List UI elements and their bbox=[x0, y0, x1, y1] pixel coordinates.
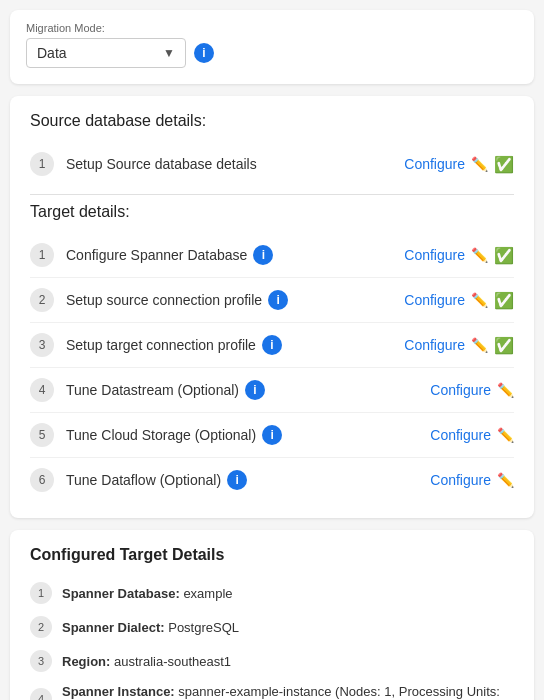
step-actions: Configure✏️✅ bbox=[404, 246, 514, 265]
info-icon[interactable]: i bbox=[253, 245, 273, 265]
edit-icon[interactable]: ✏️ bbox=[471, 292, 488, 308]
config-item-text: Region: australia-southeast1 bbox=[62, 654, 231, 669]
migration-mode-section: Migration Mode: Data ▼ i bbox=[10, 10, 534, 84]
config-item-text: Spanner Dialect: PostgreSQL bbox=[62, 620, 239, 635]
config-item: 2Spanner Dialect: PostgreSQL bbox=[30, 610, 514, 644]
step-label: Configure Spanner Databasei bbox=[66, 245, 392, 265]
step-row: 2Setup source connection profileiConfigu… bbox=[30, 278, 514, 323]
config-item-text: Spanner Instance: spanner-example-instan… bbox=[62, 684, 514, 700]
step-actions: Configure✏️✅ bbox=[404, 336, 514, 355]
edit-icon[interactable]: ✏️ bbox=[471, 156, 488, 172]
step-actions: Configure✏️ bbox=[430, 382, 514, 398]
config-item-number: 1 bbox=[30, 582, 52, 604]
steps-card: Source database details: 1Setup Source d… bbox=[10, 96, 534, 518]
config-items-list: 1Spanner Database: example2Spanner Diale… bbox=[30, 576, 514, 700]
configure-link[interactable]: Configure bbox=[430, 472, 491, 488]
edit-icon[interactable]: ✏️ bbox=[497, 472, 514, 488]
step-number: 6 bbox=[30, 468, 54, 492]
mode-row: Data ▼ i bbox=[26, 38, 518, 68]
migration-mode-info-icon[interactable]: i bbox=[194, 43, 214, 63]
step-label: Tune Dataflow (Optional)i bbox=[66, 470, 418, 490]
config-item-text: Spanner Database: example bbox=[62, 586, 233, 601]
source-section-title: Source database details: bbox=[30, 112, 514, 130]
step-number: 1 bbox=[30, 243, 54, 267]
configure-link[interactable]: Configure bbox=[430, 382, 491, 398]
migration-mode-label: Migration Mode: bbox=[26, 22, 518, 34]
migration-mode-select[interactable]: Data ▼ bbox=[26, 38, 186, 68]
edit-icon[interactable]: ✏️ bbox=[471, 337, 488, 353]
config-item-number: 2 bbox=[30, 616, 52, 638]
check-icon: ✅ bbox=[494, 336, 514, 355]
step-row: 4Tune Datastream (Optional)iConfigure✏️ bbox=[30, 368, 514, 413]
step-actions: Configure✏️ bbox=[430, 472, 514, 488]
step-label: Setup target connection profilei bbox=[66, 335, 392, 355]
config-item-number: 4 bbox=[30, 688, 52, 700]
step-label: Tune Datastream (Optional)i bbox=[66, 380, 418, 400]
migration-mode-value: Data bbox=[37, 45, 155, 61]
configured-details-title: Configured Target Details bbox=[30, 546, 514, 564]
edit-icon[interactable]: ✏️ bbox=[471, 247, 488, 263]
source-steps: 1Setup Source database detailsConfigure✏… bbox=[30, 142, 514, 186]
section-divider bbox=[30, 194, 514, 195]
check-icon: ✅ bbox=[494, 291, 514, 310]
step-row: 3Setup target connection profileiConfigu… bbox=[30, 323, 514, 368]
step-number: 5 bbox=[30, 423, 54, 447]
step-actions: Configure✏️ bbox=[430, 427, 514, 443]
step-number: 1 bbox=[30, 152, 54, 176]
info-icon[interactable]: i bbox=[268, 290, 288, 310]
configured-details-card: Configured Target Details 1Spanner Datab… bbox=[10, 530, 534, 700]
config-item-number: 3 bbox=[30, 650, 52, 672]
config-item: 4Spanner Instance: spanner-example-insta… bbox=[30, 678, 514, 700]
step-number: 3 bbox=[30, 333, 54, 357]
step-label: Setup Source database details bbox=[66, 156, 392, 172]
edit-icon[interactable]: ✏️ bbox=[497, 382, 514, 398]
config-item: 3Region: australia-southeast1 bbox=[30, 644, 514, 678]
step-row: 5Tune Cloud Storage (Optional)iConfigure… bbox=[30, 413, 514, 458]
configure-link[interactable]: Configure bbox=[404, 292, 465, 308]
info-icon[interactable]: i bbox=[245, 380, 265, 400]
step-number: 4 bbox=[30, 378, 54, 402]
step-label: Tune Cloud Storage (Optional)i bbox=[66, 425, 418, 445]
step-label: Setup source connection profilei bbox=[66, 290, 392, 310]
step-row: 1Configure Spanner DatabaseiConfigure✏️✅ bbox=[30, 233, 514, 278]
info-icon[interactable]: i bbox=[262, 425, 282, 445]
configure-link[interactable]: Configure bbox=[404, 156, 465, 172]
step-row: 1Setup Source database detailsConfigure✏… bbox=[30, 142, 514, 186]
step-actions: Configure✏️✅ bbox=[404, 155, 514, 174]
configure-link[interactable]: Configure bbox=[404, 247, 465, 263]
step-actions: Configure✏️✅ bbox=[404, 291, 514, 310]
edit-icon[interactable]: ✏️ bbox=[497, 427, 514, 443]
info-icon[interactable]: i bbox=[227, 470, 247, 490]
target-section-title: Target details: bbox=[30, 203, 514, 221]
check-icon: ✅ bbox=[494, 246, 514, 265]
check-icon: ✅ bbox=[494, 155, 514, 174]
chevron-down-icon: ▼ bbox=[163, 46, 175, 60]
configure-link[interactable]: Configure bbox=[404, 337, 465, 353]
config-item: 1Spanner Database: example bbox=[30, 576, 514, 610]
step-number: 2 bbox=[30, 288, 54, 312]
step-row: 6Tune Dataflow (Optional)iConfigure✏️ bbox=[30, 458, 514, 502]
configure-link[interactable]: Configure bbox=[430, 427, 491, 443]
target-steps: 1Configure Spanner DatabaseiConfigure✏️✅… bbox=[30, 233, 514, 502]
info-icon[interactable]: i bbox=[262, 335, 282, 355]
